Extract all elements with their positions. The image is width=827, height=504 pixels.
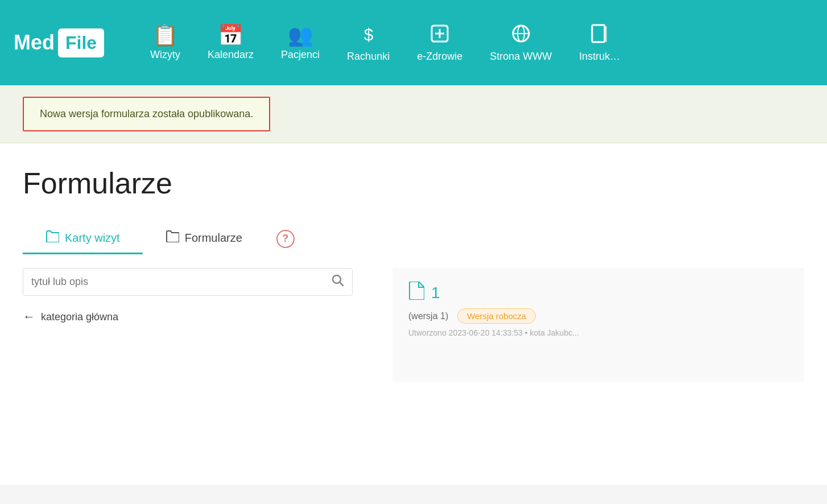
rachunki-icon: $ <box>358 23 379 47</box>
nav-instrukcje[interactable]: Instruk… <box>579 23 620 63</box>
form-version-row: (wersja 1) Wersja robocza <box>408 308 788 324</box>
form-status-badge: Wersja robocza <box>457 308 536 324</box>
nav-strona-www-label: Strona WWW <box>490 51 552 63</box>
search-container <box>23 268 353 296</box>
tab-karty-wizyt-label: Karty wizyt <box>65 232 120 245</box>
kalendarz-icon: 📅 <box>218 25 243 46</box>
nav-pacjenci[interactable]: 👥 Pacjenci <box>281 25 320 61</box>
back-arrow-icon: ← <box>23 309 35 324</box>
svg-text:$: $ <box>363 25 373 44</box>
notification-banner: Nowa wersja formularza została opublikow… <box>0 85 827 143</box>
form-item-title: 1 <box>408 282 788 304</box>
nav-pacjenci-label: Pacjenci <box>281 49 320 61</box>
nav-e-zdrowie[interactable]: e-Zdrowie <box>417 23 462 63</box>
tabs-container: Karty wizyt Formularze ? <box>23 223 804 254</box>
tab-formularze-label: Formularze <box>185 232 242 245</box>
form-version-label: (wersja 1) <box>408 311 448 321</box>
back-nav[interactable]: ← kategoria główna <box>23 309 379 324</box>
help-button[interactable]: ? <box>276 230 295 248</box>
logo-file-box: File <box>58 28 104 57</box>
logo-med-text: Med <box>14 31 55 55</box>
nav-rachunki[interactable]: $ Rachunki <box>347 23 390 63</box>
main-header: Med File 📋 Wizyty 📅 Kalendarz 👥 Pacjenci… <box>0 0 827 85</box>
strona-www-icon <box>511 23 531 47</box>
svg-rect-7 <box>592 25 605 42</box>
formularze-folder-icon <box>166 230 179 246</box>
nav-kalendarz-label: Kalendarz <box>208 49 254 61</box>
content-area: ← kategoria główna 1 (wersja 1) Wersja r… <box>23 254 804 382</box>
wizyty-icon: 📋 <box>152 25 178 46</box>
logo[interactable]: Med File <box>14 28 127 57</box>
notification-box: Nowa wersja formularza została opublikow… <box>23 97 270 131</box>
left-panel: ← kategoria główna <box>23 268 392 382</box>
nav-wizyty[interactable]: 📋 Wizyty <box>150 25 180 61</box>
help-label: ? <box>282 233 288 245</box>
nav-instrukcje-label: Instruk… <box>579 51 620 63</box>
nav-e-zdrowie-label: e-Zdrowie <box>417 51 462 63</box>
form-meta: Utworzono 2023-06-20 14:33:53 • kota Jak… <box>408 328 788 337</box>
form-doc-icon <box>408 282 424 304</box>
form-item-number: 1 <box>431 284 440 302</box>
right-panel: 1 (wersja 1) Wersja robocza Utworzono 20… <box>392 268 804 382</box>
tab-formularze[interactable]: Formularze <box>143 223 265 254</box>
nav-rachunki-label: Rachunki <box>347 51 390 63</box>
instrukcje-icon <box>589 23 610 47</box>
page-title: Formularze <box>23 166 804 200</box>
help-circle-icon: ? <box>276 230 295 248</box>
svg-rect-8 <box>605 26 607 42</box>
back-nav-label: kategoria główna <box>41 311 118 323</box>
nav-kalendarz[interactable]: 📅 Kalendarz <box>208 25 254 61</box>
pacjenci-icon: 👥 <box>288 25 313 46</box>
main-nav: 📋 Wizyty 📅 Kalendarz 👥 Pacjenci $ Rachun… <box>150 23 813 63</box>
e-zdrowie-icon <box>429 23 450 47</box>
main-content: Formularze Karty wizyt Formularze ? <box>0 143 827 485</box>
nav-strona-www[interactable]: Strona WWW <box>490 23 552 63</box>
search-input[interactable] <box>31 276 332 288</box>
nav-wizyty-label: Wizyty <box>150 49 180 61</box>
karty-wizyt-folder-icon <box>46 230 59 246</box>
tab-karty-wizyt[interactable]: Karty wizyt <box>23 223 143 254</box>
svg-line-10 <box>340 282 343 286</box>
search-icon[interactable] <box>332 274 344 290</box>
notification-text: Nowa wersja formularza została opublikow… <box>40 108 253 119</box>
